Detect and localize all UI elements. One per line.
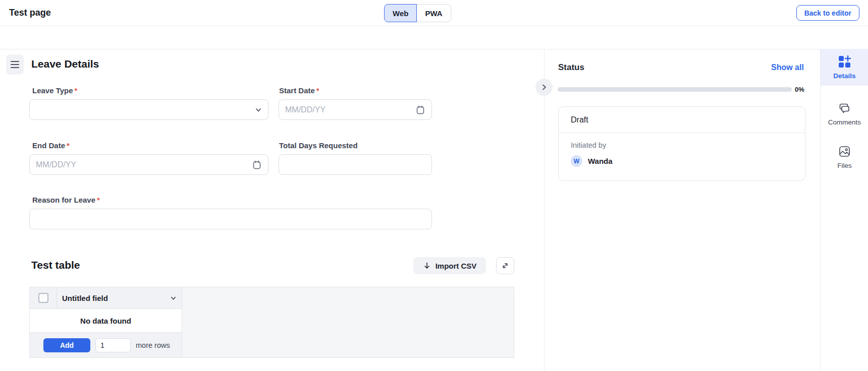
table-columns-area: Untitled field No data found Add more ro… (30, 287, 182, 357)
required-asterisk: * (75, 86, 78, 95)
column-header-cell[interactable]: Untitled field (57, 287, 182, 308)
chevron-down-icon (255, 106, 262, 113)
calendar-icon[interactable] (252, 160, 262, 170)
show-all-link[interactable]: Show all (771, 63, 804, 72)
download-arrow-icon (423, 262, 431, 270)
table-footer-row: Add more rows (30, 333, 182, 357)
sidebar-item-label: Comments (828, 118, 861, 126)
avatar: W (571, 155, 582, 167)
required-asterisk: * (316, 86, 319, 95)
status-card: Draft Initiated by W Wanda (558, 106, 805, 181)
total-days-field (279, 154, 432, 175)
platform-toggle: Web PWA (384, 4, 451, 22)
status-panel-title: Status (558, 63, 584, 73)
select-all-checkbox[interactable] (38, 293, 48, 303)
page-title: Test page (9, 8, 51, 18)
start-date-input[interactable] (285, 105, 415, 114)
table-section-title: Test table (31, 259, 80, 271)
files-image-icon (838, 145, 851, 158)
reason-label: Reason for Leave* (32, 196, 100, 204)
import-csv-button[interactable]: Import CSV (413, 257, 486, 274)
add-rows-button[interactable]: Add (43, 338, 90, 352)
sidebar-item-details[interactable]: Details (821, 49, 868, 86)
column-header-label: Untitled field (62, 294, 167, 302)
toggle-web[interactable]: Web (384, 4, 417, 22)
hamburger-icon (11, 61, 19, 62)
expand-icon (501, 262, 509, 270)
top-bar: Test page Web PWA Back to editor (0, 0, 868, 26)
no-data-row: No data found (30, 309, 182, 333)
required-asterisk: * (97, 196, 100, 204)
details-grid-icon (838, 55, 851, 69)
initiated-by-label: Initiated by (571, 141, 793, 149)
end-date-label: End Date* (32, 141, 70, 150)
status-progress-percent: 0% (795, 86, 804, 93)
form-section-title: Leave Details (31, 58, 99, 70)
start-date-label: Start Date* (279, 86, 319, 95)
start-date-field (279, 99, 432, 120)
right-sidebar: Details Comments Files (820, 49, 868, 371)
import-csv-label: Import CSV (436, 262, 477, 270)
sidebar-item-comments[interactable]: Comments (821, 97, 868, 130)
initiator-row: W Wanda (571, 155, 793, 167)
comments-icon (838, 101, 851, 115)
required-asterisk: * (67, 141, 70, 150)
table-header-row: Untitled field (30, 287, 182, 309)
status-state-label: Draft (559, 107, 805, 133)
test-table: Untitled field No data found Add more ro… (29, 287, 514, 358)
sidebar-item-label: Files (837, 162, 852, 169)
toggle-pwa[interactable]: PWA (416, 4, 451, 22)
leave-type-select[interactable] (29, 99, 268, 120)
toggle-pwa-label: PWA (425, 9, 442, 18)
select-all-cell (30, 287, 57, 308)
sidebar-item-files[interactable]: Files (821, 141, 868, 173)
expand-table-button[interactable] (496, 257, 514, 274)
sidebar-item-label: Details (833, 72, 855, 80)
collapse-panel-button[interactable] (535, 79, 553, 96)
panel-divider (544, 49, 545, 371)
rows-count-input[interactable] (95, 338, 131, 352)
preview-page: Test page Web PWA Back to editor Leave D… (0, 0, 868, 371)
end-date-field (29, 154, 268, 175)
content-divider (0, 49, 820, 49)
reason-input[interactable] (36, 215, 425, 224)
total-days-input[interactable] (285, 160, 425, 169)
end-date-input[interactable] (36, 160, 252, 169)
more-rows-label: more rows (136, 341, 170, 349)
status-progress-bar (558, 87, 792, 92)
section-drag-handle[interactable] (6, 54, 24, 75)
initiator-name: Wanda (588, 157, 613, 165)
leave-type-label: Leave Type* (32, 86, 77, 95)
total-days-label: Total Days Requested (279, 141, 358, 150)
chevron-right-icon (540, 83, 548, 91)
back-to-editor-button[interactable]: Back to editor (796, 5, 859, 21)
chevron-down-icon[interactable] (170, 295, 177, 301)
calendar-icon[interactable] (415, 105, 425, 115)
reason-field (29, 209, 432, 229)
toggle-web-label: Web (393, 9, 408, 18)
